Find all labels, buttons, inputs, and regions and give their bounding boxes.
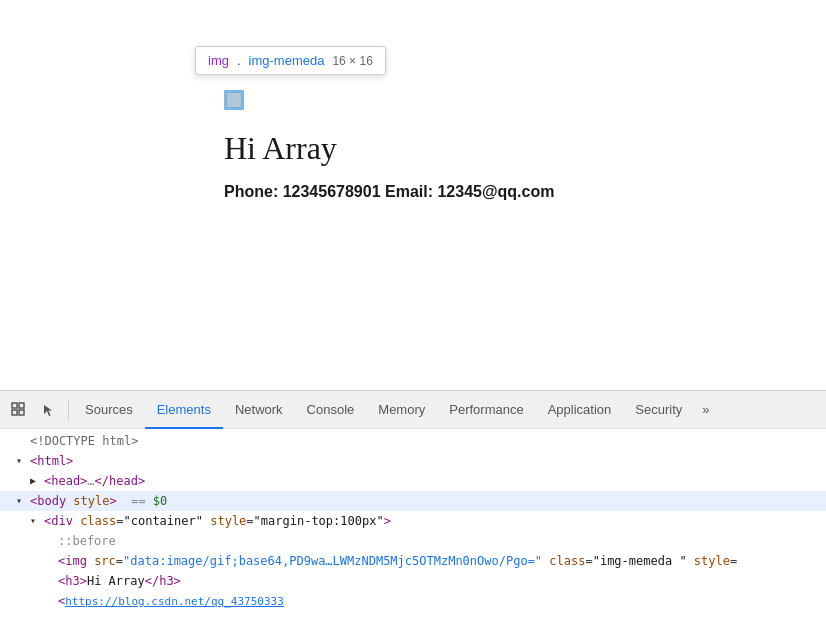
cursor-button[interactable] <box>34 395 64 425</box>
tooltip-dimensions: 16 × 16 <box>332 54 372 68</box>
html-triangle[interactable]: ▾ <box>16 452 30 470</box>
inspect-element-button[interactable] <box>4 395 34 425</box>
devtools-code-panel: <!DOCTYPE html> ▾ <html> ▶ <head>…</head… <box>0 429 826 621</box>
tab-sources[interactable]: Sources <box>73 391 145 429</box>
tab-network[interactable]: Network <box>223 391 295 429</box>
tooltip-tag: img <box>208 53 229 68</box>
image-placeholder <box>226 92 242 108</box>
page-info: Phone: 12345678901 Email: 12345@qq.com <box>224 183 554 201</box>
phone-placeholder <box>44 593 58 611</box>
code-line-html[interactable]: ▾ <html> <box>0 451 826 471</box>
devtools-panel: Sources Elements Network Console Memory … <box>0 390 826 621</box>
tabs-separator <box>68 400 69 420</box>
tab-security[interactable]: Security <box>623 391 694 429</box>
devtools-tabs-bar: Sources Elements Network Console Memory … <box>0 391 826 429</box>
img-placeholder <box>44 552 58 570</box>
page-heading: Hi Array <box>224 130 554 167</box>
head-triangle[interactable]: ▶ <box>30 472 44 490</box>
code-line-div[interactable]: ▾ <div class="container" style="margin-t… <box>0 511 826 531</box>
tab-performance[interactable]: Performance <box>437 391 535 429</box>
browser-page: img.img-memeda 16 × 16 Hi Array Phone: 1… <box>0 0 826 390</box>
code-line-before[interactable]: ::before <box>0 531 826 551</box>
highlighted-element <box>224 90 244 110</box>
body-triangle[interactable]: ▾ <box>16 492 30 510</box>
before-placeholder <box>44 532 58 550</box>
svg-rect-3 <box>19 410 24 415</box>
element-tooltip: img.img-memeda 16 × 16 <box>195 46 386 75</box>
svg-rect-0 <box>12 403 17 408</box>
triangle-placeholder <box>16 432 30 450</box>
code-line-h3[interactable]: <h3>Hi Array</h3> <box>0 571 826 591</box>
div-triangle[interactable]: ▾ <box>30 512 44 530</box>
code-line-img[interactable]: <img src="data:image/gif;base64,PD9wa…LW… <box>0 551 820 571</box>
tooltip-class: img-memeda <box>249 53 325 68</box>
code-line-doctype[interactable]: <!DOCTYPE html> <box>0 431 826 451</box>
tab-elements[interactable]: Elements <box>145 391 223 429</box>
page-content: Hi Array Phone: 12345678901 Email: 12345… <box>224 130 554 201</box>
code-line-head[interactable]: ▶ <head>…</head> <box>0 471 826 491</box>
code-line-phone[interactable]: <https://blog.csdn.net/qq_43750333 <box>0 591 826 612</box>
svg-rect-2 <box>19 403 24 408</box>
tab-memory[interactable]: Memory <box>366 391 437 429</box>
tab-application[interactable]: Application <box>536 391 624 429</box>
tabs-overflow-button[interactable]: » <box>694 391 717 429</box>
svg-rect-1 <box>12 410 17 415</box>
tab-console[interactable]: Console <box>295 391 367 429</box>
code-line-body[interactable]: ▾ <body style> == $0 <box>0 491 826 511</box>
h3-placeholder <box>44 572 58 590</box>
